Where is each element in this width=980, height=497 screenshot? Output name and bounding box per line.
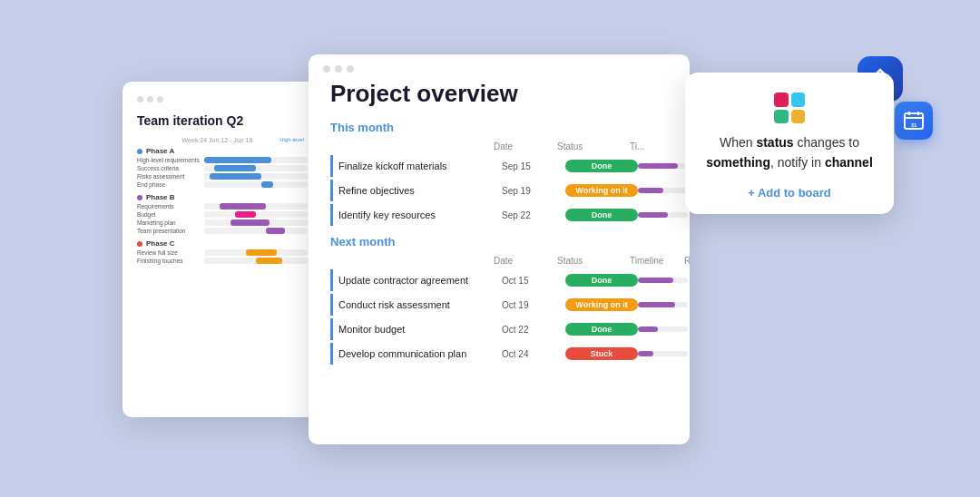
main-dot-1 [323, 65, 330, 73]
table-row: Refine objectives Sep 19 Working on it ★… [330, 180, 668, 201]
this-month-header: Date Status Ti... [330, 140, 668, 153]
task-row: Budget [137, 211, 308, 218]
table-row: Monitor budget Oct 22 Done ★★★★★ [330, 318, 668, 340]
main-panel: Project overview This month Date Status … [309, 54, 690, 444]
task-row: Risks assessment [137, 173, 308, 180]
dot-2 [147, 96, 153, 102]
main-window-controls [309, 54, 690, 80]
phase-c-label: Phase C [146, 239, 175, 248]
dot-3 [157, 96, 163, 102]
project-title: Project overview [330, 80, 668, 108]
task-row: High-level requirements [137, 157, 308, 163]
main-dot-3 [347, 65, 354, 73]
table-row: Finalize kickoff materials Sep 15 Done ★… [330, 155, 668, 177]
task-row: End phase [137, 181, 308, 188]
slack-cell-2 [791, 93, 806, 107]
task-row: Requirements [137, 203, 308, 210]
left-panel-title: Team iteration Q2 [137, 113, 308, 128]
task-row: Team presentation [137, 228, 308, 234]
slack-icon [703, 93, 876, 123]
phase-c: Phase C Review full size Finishing touch… [137, 239, 308, 264]
main-dot-2 [335, 65, 342, 73]
phase-a: Phase A High-level requirements Success … [137, 147, 308, 188]
phase-b-label: Phase B [146, 193, 175, 201]
phase-a-dot [137, 149, 142, 154]
task-row: Review full size [137, 249, 308, 256]
phase-c-dot [137, 241, 142, 247]
slack-cell-3 [774, 110, 789, 124]
task-row: Finishing touches [137, 258, 308, 264]
window-controls [137, 96, 308, 102]
task-row: Success criteria [137, 165, 308, 171]
phase-b-dot [137, 195, 142, 200]
next-month-header: Date Status Timeline Rating [330, 254, 668, 268]
next-month-title: Next month [330, 235, 668, 248]
svg-text:31: 31 [911, 122, 917, 128]
dot-1 [137, 96, 143, 102]
slack-cell-4 [791, 110, 806, 124]
left-panel: Team iteration Q2 Week 24 Jun 12 - Jun 1… [122, 82, 322, 417]
calendar-icon-svg: 31 [903, 110, 925, 132]
gantt-header: Week 24 Jun 12 - Jun 18 High-level [137, 137, 308, 143]
main-panel-content: Project overview This month Date Status … [309, 80, 690, 382]
notification-text: When status changes to something, notify… [703, 132, 876, 173]
this-month-title: This month [330, 121, 668, 134]
calendar-app-icon: 31 [895, 102, 933, 140]
table-row: Develop communication plan Oct 24 Stuck … [330, 343, 668, 365]
phase-b: Phase B Requirements Budget Marketing pl… [137, 193, 308, 234]
task-row: Marketing plan [137, 219, 308, 226]
table-row: Conduct risk assessment Oct 19 Working o… [330, 294, 668, 316]
phase-a-label: Phase A [146, 147, 174, 155]
table-row: Identify key resources Sep 22 Done ★★★★★ [330, 204, 668, 226]
table-row: Update contractor agreement Oct 15 Done … [330, 269, 668, 291]
notification-card: When status changes to something, notify… [685, 73, 894, 214]
slack-cell-1 [774, 93, 789, 107]
add-to-board-button[interactable]: + Add to board [703, 186, 876, 200]
